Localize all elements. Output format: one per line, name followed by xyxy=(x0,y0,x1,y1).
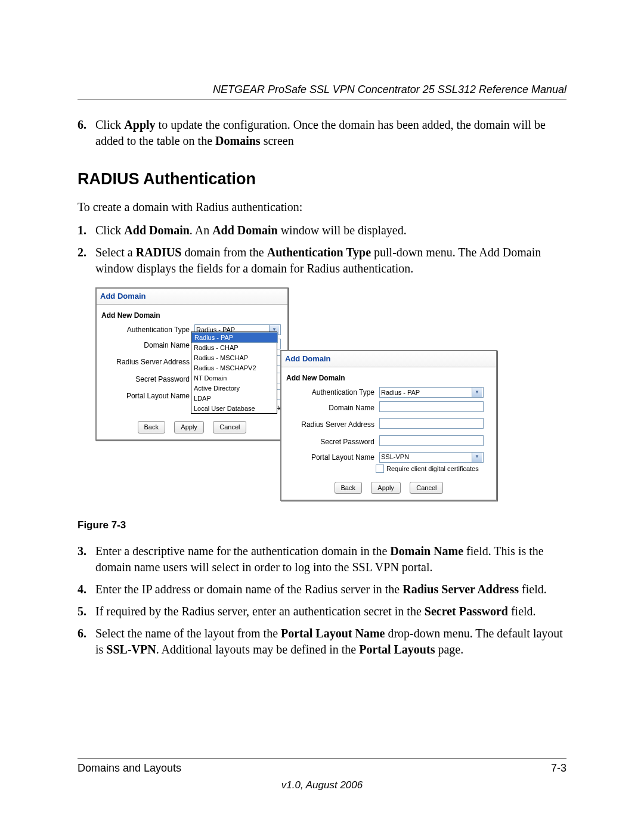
step-text: Select the name of the layout from the P… xyxy=(95,625,566,658)
row-portal-layout: Portal Layout Name SSL-VPN ▼ xyxy=(281,450,496,465)
footer-section: Domains and Layouts xyxy=(78,762,181,775)
dialog-title: Add Domain xyxy=(97,289,287,305)
step-1: 1. Click Add Domain. An Add Domain windo… xyxy=(78,222,566,239)
step-text: Click Apply to update the configuration.… xyxy=(95,117,566,149)
option-nt-domain[interactable]: NT Domain xyxy=(191,373,277,383)
step-number: 1. xyxy=(78,222,95,239)
require-cert-checkbox[interactable] xyxy=(376,465,384,473)
require-cert-label: Require client digital certificates xyxy=(386,465,479,473)
apply-button[interactable]: Apply xyxy=(371,482,401,494)
figure-label: Figure 7-3 xyxy=(78,519,566,532)
footer-version: v1.0, August 2006 xyxy=(78,779,566,791)
label-radius-server: Radius Server Address xyxy=(285,420,379,429)
domain-name-input[interactable] xyxy=(379,401,484,412)
label-portal-layout: Portal Layout Name xyxy=(100,391,194,401)
portal-layout-select[interactable]: SSL-VPN ▼ xyxy=(379,452,484,463)
option-active-directory[interactable]: Active Directory xyxy=(191,383,277,394)
radius-server-input[interactable] xyxy=(379,418,484,429)
option-radius-mschapv2[interactable]: Radius - MSCHAPV2 xyxy=(191,363,277,373)
add-domain-dialog-right: Add Domain Add New Domain Authentication… xyxy=(280,350,497,501)
intro-text: To create a domain with Radius authentic… xyxy=(78,199,566,215)
step-text: Enter the IP address or domain name of t… xyxy=(95,581,566,597)
dialog-buttons: Back Apply Cancel xyxy=(97,413,287,439)
cancel-button[interactable]: Cancel xyxy=(213,421,246,433)
step-text: Enter a descriptive name for the authent… xyxy=(95,543,566,575)
back-button[interactable]: Back xyxy=(138,421,165,433)
option-radius-pap[interactable]: Radius - PAP xyxy=(191,332,278,343)
chevron-down-icon: ▼ xyxy=(472,388,482,397)
page-number: 7-3 xyxy=(551,762,566,775)
row-radius-server: Radius Server Address xyxy=(281,416,496,433)
section-heading: RADIUS Authentication xyxy=(78,168,566,190)
secret-password-input[interactable] xyxy=(379,435,484,446)
step-6: 6. Select the name of the layout from th… xyxy=(78,625,566,658)
row-require-cert: Require client digital certificates xyxy=(281,465,496,473)
step-number: 4. xyxy=(78,581,95,597)
step-number: 2. xyxy=(78,244,95,277)
auth-type-dropdown-list[interactable]: Radius - PAP Radius - CHAP Radius - MSCH… xyxy=(191,332,277,414)
label-secret-password: Secret Password xyxy=(285,437,379,447)
step-text: If required by the Radius server, enter … xyxy=(95,603,566,620)
add-domain-dialog-left: Add Domain Add New Domain Authentication… xyxy=(95,287,289,440)
step-text: Select a RADIUS domain from the Authenti… xyxy=(95,244,566,277)
auth-type-select[interactable]: Radius - PAP ▼ xyxy=(379,387,484,398)
back-button[interactable]: Back xyxy=(335,482,362,494)
step-2: 2. Select a RADIUS domain from the Authe… xyxy=(78,244,566,277)
body: 6. Click Apply to update the configurati… xyxy=(78,117,566,658)
step-number: 6. xyxy=(78,625,95,658)
intro-step-6: 6. Click Apply to update the configurati… xyxy=(78,117,566,149)
label-radius-server: Radius Server Address xyxy=(100,357,194,367)
row-domain-name: Domain Name xyxy=(281,400,496,416)
label-portal-layout: Portal Layout Name xyxy=(285,453,379,462)
apply-button[interactable]: Apply xyxy=(174,421,204,433)
label-auth-type: Authentication Type xyxy=(100,325,194,335)
label-domain-name: Domain Name xyxy=(285,403,379,413)
step-number: 3. xyxy=(78,543,95,575)
row-auth-type: Authentication Type Radius - PAP ▼ xyxy=(281,385,496,400)
step-5: 5. If required by the Radius server, ent… xyxy=(78,603,566,620)
chevron-down-icon: ▼ xyxy=(472,453,482,462)
running-header: NETGEAR ProSafe SSL VPN Concentrator 25 … xyxy=(78,83,566,100)
step-text: Click Add Domain. An Add Domain window w… xyxy=(95,222,566,239)
label-auth-type: Authentication Type xyxy=(285,388,379,397)
page-footer: Domains and Layouts 7-3 v1.0, August 200… xyxy=(78,758,566,791)
figure-7-3: Add Domain Add New Domain Authentication… xyxy=(95,287,566,514)
cancel-button[interactable]: Cancel xyxy=(410,482,443,494)
step-4: 4. Enter the IP address or domain name o… xyxy=(78,581,566,597)
step-3: 3. Enter a descriptive name for the auth… xyxy=(78,543,566,575)
label-domain-name: Domain Name xyxy=(100,340,194,350)
label-secret-password: Secret Password xyxy=(100,374,194,384)
option-radius-chap[interactable]: Radius - CHAP xyxy=(191,343,277,353)
dialog-section: Add New Domain xyxy=(281,367,496,385)
dialog-title: Add Domain xyxy=(281,351,496,367)
step-number: 6. xyxy=(78,117,95,149)
dialog-section: Add New Domain xyxy=(97,305,287,323)
dialog-buttons: Back Apply Cancel xyxy=(281,473,496,500)
page: NETGEAR ProSafe SSL VPN Concentrator 25 … xyxy=(0,0,644,833)
step-number: 5. xyxy=(78,603,95,620)
option-ldap[interactable]: LDAP xyxy=(191,394,277,404)
option-local-user-db[interactable]: Local User Database xyxy=(191,404,277,414)
option-radius-mschap[interactable]: Radius - MSCHAP xyxy=(191,353,277,363)
row-secret-password: Secret Password xyxy=(281,433,496,450)
